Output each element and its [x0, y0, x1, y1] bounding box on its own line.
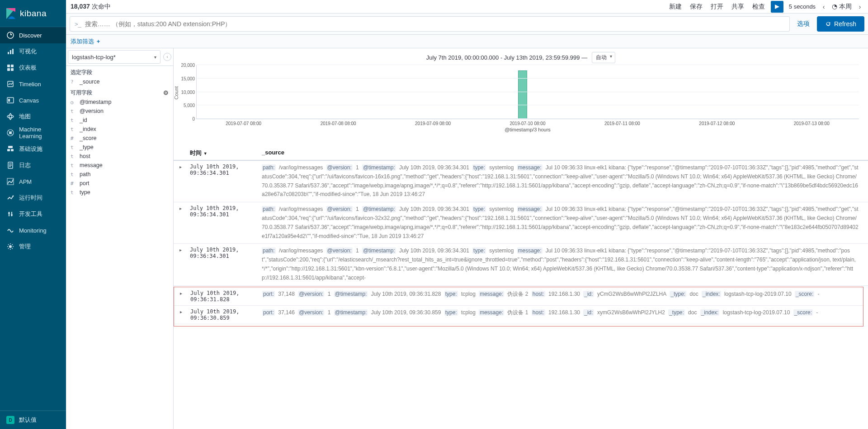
interval-select[interactable]: 自动: [592, 52, 615, 63]
field-_type[interactable]: t_type: [66, 143, 173, 152]
field-_index[interactable]: t_index: [66, 125, 173, 134]
field-name: _id: [80, 117, 87, 123]
nav-bottom: D 默认值: [0, 410, 66, 429]
add-filter-link[interactable]: 添加筛选 +: [71, 37, 100, 46]
doc-source: path: /var/log/messages @version: 1 @tim…: [262, 247, 868, 282]
x-axis-label: @timestamp/3 hours: [196, 127, 859, 132]
main: 18,037 次命中 新建保存打开共享检查 5 seconds ‹ ◔ 本周 ›…: [66, 0, 868, 429]
collapse-fields-button[interactable]: ‹: [163, 53, 171, 61]
nav-item-timelion[interactable]: Timelion: [0, 76, 66, 92]
nav-item-monitoring[interactable]: Monitoring: [0, 222, 66, 238]
field-name: host: [80, 153, 90, 159]
nav-item-管理[interactable]: 管理: [0, 238, 66, 255]
nav-label: 基础设施: [19, 145, 42, 153]
nav-label: Machine Learning: [19, 126, 60, 140]
nav-item-基础设施[interactable]: 基础设施: [0, 141, 66, 157]
field-@timestamp[interactable]: ◷@timestamp: [66, 98, 173, 107]
doc-row: ▸July 10th 2019, 09:36:34.301path: /var/…: [174, 202, 868, 244]
svg-rect-15: [7, 149, 10, 151]
col-source[interactable]: _source: [262, 146, 868, 160]
svg-point-11: [7, 115, 14, 118]
results-panel: July 7th 2019, 00:00:00.000 - July 13th …: [174, 48, 868, 429]
defaults-icon: D: [6, 416, 14, 424]
nav-item-canvas[interactable]: Canvas: [0, 92, 66, 108]
nav-item-可视化[interactable]: 可视化: [0, 43, 66, 60]
logo[interactable]: kibana: [0, 0, 66, 27]
nav-defaults[interactable]: D 默认值: [0, 411, 66, 429]
expand-row-button[interactable]: ▸: [174, 247, 187, 282]
field-name: port: [80, 180, 90, 187]
expand-row-button[interactable]: ▸: [174, 308, 188, 321]
nav-icon: [6, 242, 14, 251]
nav-icon: [6, 96, 14, 104]
field-type-icon: t: [71, 117, 76, 123]
search-options-link[interactable]: 选项: [794, 20, 812, 28]
y-tick: 10,000: [179, 89, 195, 94]
field-_score[interactable]: #_score: [66, 134, 173, 143]
toplink-共享[interactable]: 共享: [727, 3, 748, 11]
gear-icon[interactable]: ⚙: [163, 89, 169, 96]
toplink-检查[interactable]: 检查: [748, 3, 769, 11]
play-button[interactable]: [771, 1, 783, 13]
col-time[interactable]: 时间 ▼: [187, 146, 262, 160]
nav-item-日志[interactable]: 日志: [0, 157, 66, 173]
field-host[interactable]: thost: [66, 152, 173, 161]
index-pattern-select[interactable]: logstash-tcp-log*▾: [68, 50, 160, 64]
expand-row-button[interactable]: ▸: [174, 163, 187, 199]
field-type-icon: #: [71, 181, 76, 187]
field-type[interactable]: ttype: [66, 188, 173, 197]
field-message[interactable]: tmessage: [66, 161, 173, 170]
x-tick: 2019-07-13 08:00: [764, 121, 859, 126]
expand-row-button[interactable]: ▸: [174, 205, 187, 241]
top-strip: 18,037 次命中 新建保存打开共享检查 5 seconds ‹ ◔ 本周 ›: [66, 0, 868, 14]
search-row: >_ 选项 Refresh: [66, 14, 868, 35]
doc-time: July 10th 2019, 09:36:34.301: [187, 205, 262, 241]
field-@version[interactable]: t@version: [66, 107, 173, 116]
field-type-icon: t: [71, 126, 76, 132]
field-port[interactable]: #port: [66, 179, 173, 188]
field-path[interactable]: tpath: [66, 170, 173, 179]
nav-item-仪表板[interactable]: 仪表板: [0, 60, 66, 76]
nav-icon: [6, 161, 14, 169]
refresh-button[interactable]: Refresh: [817, 16, 864, 32]
search-box[interactable]: >_: [70, 16, 790, 32]
field-name: path: [80, 171, 90, 177]
nav-item-discover[interactable]: Discover: [0, 27, 66, 43]
nav-item-地图[interactable]: 地图: [0, 108, 66, 125]
svg-rect-14: [8, 146, 13, 148]
y-tick: 15,000: [179, 76, 195, 81]
time-next-icon[interactable]: ›: [855, 3, 864, 10]
nav-item-machine-learning[interactable]: Machine Learning: [0, 125, 66, 141]
doc-source: path: /var/log/messages @version: 1 @tim…: [262, 205, 868, 241]
expand-row-button[interactable]: ▸: [174, 290, 188, 303]
nav-label: 地图: [19, 112, 31, 121]
search-input[interactable]: [85, 20, 785, 28]
nav-item-开发工具[interactable]: 开发工具: [0, 206, 66, 222]
svg-point-20: [8, 212, 10, 214]
svg-rect-1: [8, 52, 9, 54]
refresh-label: Refresh: [834, 20, 856, 28]
fields-panel: logstash-tcp-log*▾ ‹ 选定字段 ?_source 可用字段⚙…: [66, 48, 174, 429]
doc-source: port: 37,146 @version: 1 @timestamp: Jul…: [262, 308, 863, 321]
time-range-label[interactable]: ◔ 本周: [830, 3, 854, 11]
toplink-打开[interactable]: 打开: [707, 3, 727, 11]
doc-row: ▸July 10th 2019, 09:36:34.301path: /var/…: [174, 244, 868, 285]
nav-item-apm[interactable]: APM: [0, 173, 66, 190]
auto-refresh-label[interactable]: 5 seconds: [785, 3, 819, 10]
nav-item-运行时间[interactable]: 运行时间: [0, 190, 66, 206]
svg-point-21: [11, 214, 13, 216]
time-prev-icon[interactable]: ‹: [819, 3, 828, 10]
toplink-保存[interactable]: 保存: [686, 3, 707, 11]
nav-label: 运行时间: [19, 194, 42, 202]
doc-source: path: /var/log/messages @version: 1 @tim…: [262, 163, 868, 199]
toplink-新建[interactable]: 新建: [665, 3, 686, 11]
nav-label: 日志: [19, 161, 31, 169]
nav-icon: [6, 47, 14, 56]
field-_id[interactable]: t_id: [66, 116, 173, 125]
field-source[interactable]: ?_source: [66, 77, 173, 86]
x-tick: 2019-07-07 08:00: [196, 121, 291, 126]
chevron-down-icon: ▾: [154, 55, 156, 60]
field-type-icon: t: [71, 108, 76, 114]
play-icon: [775, 5, 779, 9]
brand-name: kibana: [20, 9, 47, 19]
